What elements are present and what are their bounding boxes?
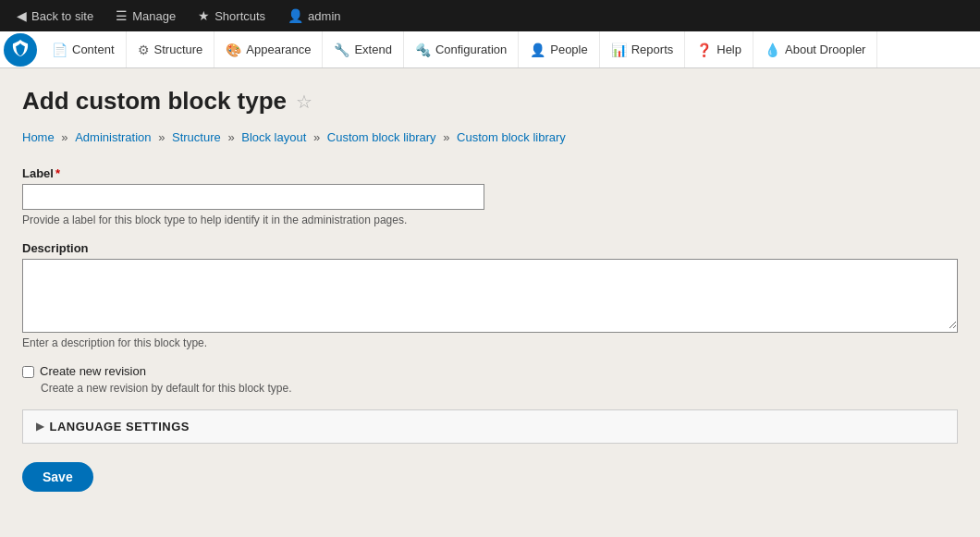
- breadcrumb: Home » Administration » Structure » Bloc…: [22, 130, 958, 144]
- breadcrumb-sep-5: »: [443, 130, 453, 144]
- language-settings-collapsible: ▶ Language Settings: [22, 409, 958, 444]
- revision-checkbox[interactable]: [22, 366, 34, 378]
- about-icon: 💧: [765, 43, 780, 57]
- reports-icon: 📊: [611, 43, 627, 57]
- nav-reports[interactable]: 📊 Reports: [600, 31, 686, 67]
- label-field-label: Label*: [22, 166, 958, 180]
- description-field-group: Description Enter a description for this…: [22, 241, 958, 349]
- admin-user-menu[interactable]: 👤 admin: [278, 0, 349, 31]
- save-button[interactable]: Save: [22, 462, 93, 492]
- back-to-site-button[interactable]: ◀ Back to site: [7, 0, 103, 31]
- nav-help[interactable]: ❓ Help: [685, 31, 753, 67]
- menu-icon: ☰: [116, 8, 128, 23]
- revision-checkbox-group: Create new revision: [22, 364, 958, 378]
- revision-help-text: Create a new revision by default for thi…: [41, 382, 958, 395]
- shortcuts-menu[interactable]: ★ Shortcuts: [189, 0, 275, 31]
- description-field-label: Description: [22, 241, 958, 255]
- description-help-text: Enter a description for this block type.: [22, 336, 958, 349]
- people-icon: 👤: [530, 43, 545, 57]
- star-icon: ★: [198, 8, 210, 23]
- extend-icon: 🔧: [334, 43, 349, 57]
- structure-icon: ⚙: [138, 43, 150, 57]
- nav-configuration[interactable]: 🔩 Configuration: [404, 31, 519, 67]
- secondary-nav: 📄 Content ⚙ Structure 🎨 Appearance 🔧 Ext…: [0, 31, 980, 68]
- breadcrumb-custom-block-library-2[interactable]: Custom block library: [457, 130, 566, 144]
- breadcrumb-block-layout[interactable]: Block layout: [241, 130, 306, 144]
- nav-content[interactable]: 📄 Content: [41, 31, 127, 67]
- language-settings-header[interactable]: ▶ Language Settings: [23, 410, 957, 443]
- breadcrumb-sep-1: »: [61, 130, 71, 144]
- nav-appearance[interactable]: 🎨 Appearance: [214, 31, 323, 67]
- label-field-group: Label* Provide a label for this block ty…: [22, 166, 958, 226]
- main-content: Add custom block type ☆ Home » Administr…: [0, 68, 980, 537]
- breadcrumb-custom-block-library-1[interactable]: Custom block library: [327, 130, 436, 144]
- breadcrumb-sep-3: »: [227, 130, 238, 144]
- revision-checkbox-label[interactable]: Create new revision: [40, 364, 146, 378]
- page-title-wrap: Add custom block type ☆: [22, 87, 958, 116]
- bookmark-icon[interactable]: ☆: [296, 91, 312, 113]
- breadcrumb-sep-4: »: [313, 130, 324, 144]
- nav-about[interactable]: 💧 About Droopler: [753, 31, 877, 67]
- breadcrumb-structure[interactable]: Structure: [172, 130, 221, 144]
- back-arrow-icon: ◀: [17, 8, 27, 23]
- appearance-icon: 🎨: [226, 43, 241, 57]
- nav-people[interactable]: 👤 People: [519, 31, 599, 67]
- label-input[interactable]: [22, 184, 484, 210]
- nav-structure[interactable]: ⚙ Structure: [127, 31, 215, 67]
- configuration-icon: 🔩: [415, 43, 431, 57]
- breadcrumb-home[interactable]: Home: [22, 130, 55, 144]
- content-icon: 📄: [52, 43, 67, 57]
- expand-icon: ▶: [36, 421, 44, 433]
- user-icon: 👤: [288, 8, 303, 23]
- nav-extend[interactable]: 🔧 Extend: [323, 31, 403, 67]
- label-help-text: Provide a label for this block type to h…: [22, 214, 958, 226]
- form-area: Label* Provide a label for this block ty…: [22, 166, 958, 492]
- admin-bar: ◀ Back to site ☰ Manage ★ Shortcuts 👤 ad…: [0, 0, 980, 31]
- manage-menu[interactable]: ☰ Manage: [106, 0, 185, 31]
- page-title: Add custom block type: [22, 87, 287, 116]
- description-textarea[interactable]: [23, 260, 957, 329]
- drupal-logo[interactable]: [4, 33, 37, 67]
- breadcrumb-sep-2: »: [158, 130, 168, 144]
- description-textarea-wrap: [22, 259, 958, 333]
- breadcrumb-administration[interactable]: Administration: [75, 130, 151, 144]
- help-icon: ❓: [696, 43, 712, 57]
